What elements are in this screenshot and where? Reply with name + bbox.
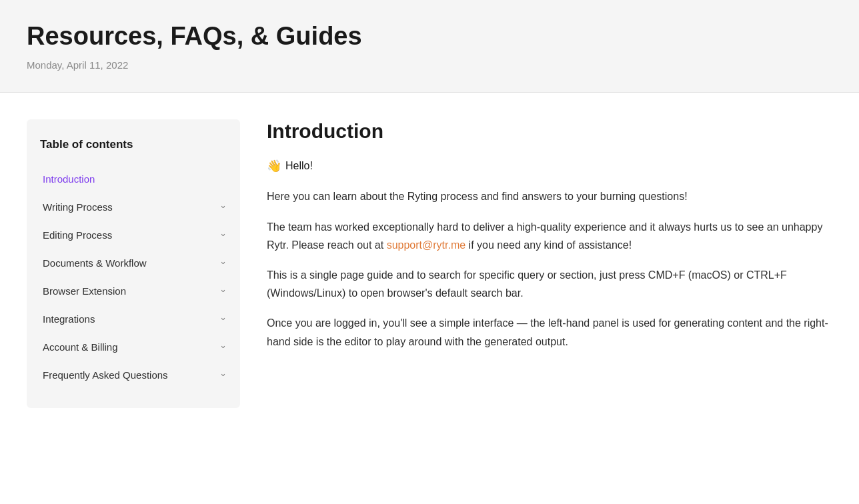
toc-item-row-writing-process[interactable]: Writing Process› [40,193,227,221]
toc-item: Browser Extension› [40,277,227,305]
content-paragraph-p3: This is a single page guide and to searc… [267,266,832,302]
chevron-down-icon: › [215,346,229,349]
greeting-text: Hello! [285,157,313,175]
toc-item-label-account-billing: Account & Billing [43,339,118,355]
main-layout: Table of contents IntroductionWriting Pr… [0,93,859,435]
chevron-down-icon: › [215,234,229,237]
paragraphs-container: Here you can learn about the Ryting proc… [267,187,832,350]
chevron-down-icon: › [215,206,229,209]
toc-item-row-introduction[interactable]: Introduction [40,165,227,193]
toc-item: Introduction [40,165,227,193]
page-title: Resources, FAQs, & Guides [27,21,832,52]
chevron-down-icon: › [215,290,229,293]
toc-item: Documents & Workflow› [40,249,227,277]
toc-item-label-documents-workflow: Documents & Workflow [43,255,147,271]
page-date: Monday, April 11, 2022 [27,57,832,73]
toc-item: Editing Process› [40,221,227,249]
toc-item-row-browser-extension[interactable]: Browser Extension› [40,277,227,305]
toc-item-row-integrations[interactable]: Integrations› [40,305,227,333]
content-paragraph-p1: Here you can learn about the Ryting proc… [267,187,832,205]
content-paragraph-p4: Once you are logged in, you'll see a sim… [267,314,832,350]
toc-item-label-editing-process: Editing Process [43,227,112,243]
content-area: Introduction 👋 Hello! Here you can learn… [267,119,832,408]
toc-item: Account & Billing› [40,333,227,361]
page-header: Resources, FAQs, & Guides Monday, April … [0,0,859,93]
toc-item-label-browser-extension: Browser Extension [43,283,126,299]
toc-item: Writing Process› [40,193,227,221]
sidebar: Table of contents IntroductionWriting Pr… [27,119,240,408]
support-email-link[interactable]: support@rytr.me [387,239,466,251]
section-title: Introduction [267,119,832,143]
toc-title: Table of contents [40,135,227,153]
toc-item-label-faq: Frequently Asked Questions [43,367,168,383]
toc-item-row-account-billing[interactable]: Account & Billing› [40,333,227,361]
toc-item-label-integrations: Integrations [43,311,95,327]
content-paragraph-p2: The team has worked exceptionally hard t… [267,218,832,254]
chevron-down-icon: › [215,374,229,377]
toc-item-label-writing-process: Writing Process [43,199,113,215]
toc-item: Frequently Asked Questions› [40,361,227,389]
toc-item-row-faq[interactable]: Frequently Asked Questions› [40,361,227,389]
chevron-down-icon: › [215,262,229,265]
toc-item-row-editing-process[interactable]: Editing Process› [40,221,227,249]
wave-emoji: 👋 [267,157,281,176]
toc-item-row-documents-workflow[interactable]: Documents & Workflow› [40,249,227,277]
toc-list: IntroductionWriting Process›Editing Proc… [40,165,227,389]
chevron-down-icon: › [215,318,229,321]
greeting-line: 👋 Hello! [267,157,832,176]
toc-item: Integrations› [40,305,227,333]
toc-item-label-introduction: Introduction [43,171,95,187]
